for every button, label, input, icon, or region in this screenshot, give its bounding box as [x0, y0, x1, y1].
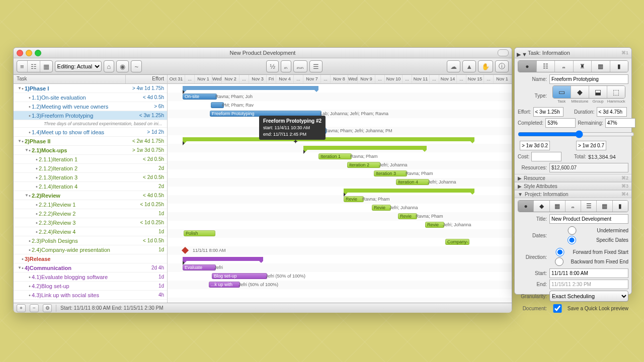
timeline-day[interactable]: Nov 4 — [276, 75, 294, 83]
dates-undetermined-radio[interactable] — [549, 226, 595, 235]
remove-button[interactable]: − — [30, 304, 39, 312]
summary-bar[interactable] — [303, 146, 427, 150]
granularity-select[interactable]: Exact Scheduling — [549, 291, 628, 302]
task-row[interactable]: • 1.4) Meet up to show off ideas> 1d 2h — [14, 128, 167, 137]
remaining-field[interactable] — [605, 118, 635, 128]
gantt-bar[interactable]: On-site — [183, 94, 217, 100]
fraction-button[interactable]: ½ — [266, 60, 279, 72]
timeline-day[interactable]: ... — [430, 75, 439, 83]
gantt-bar[interactable]: Revie — [344, 196, 364, 202]
gantt-bar[interactable]: Evaluate — [183, 264, 216, 270]
gantt-bar[interactable]: Company- — [445, 239, 469, 245]
timeline-header[interactable]: Oct 31...Nov 1WedNov 2...Nov 3FriNov 4..… — [168, 75, 512, 84]
task-row[interactable]: • 4.3) Link up with social sites4h — [14, 291, 167, 300]
end-field[interactable] — [549, 280, 628, 289]
timeline-day[interactable]: Wed — [348, 75, 358, 83]
task-row[interactable]: • 2.3) Polish Designs< 1d 0.5h — [14, 236, 167, 245]
info-icon[interactable]: ⓘ — [495, 60, 509, 72]
close-icon[interactable] — [17, 50, 23, 56]
quicklook-checkbox[interactable] — [549, 304, 566, 313]
completed-field[interactable] — [545, 118, 576, 128]
summary-bar[interactable] — [183, 137, 474, 141]
timeline-day[interactable]: ... — [375, 75, 385, 83]
effort-field[interactable] — [533, 107, 564, 117]
person-button[interactable]: ◉ — [116, 60, 129, 72]
timeline-day[interactable]: ... — [403, 75, 412, 83]
timeline-day[interactable]: Nov 15 — [466, 75, 484, 83]
chain-button[interactable]: ⩋⩋ — [293, 60, 307, 72]
timeline-day[interactable]: Wed — [212, 75, 222, 83]
task-row[interactable]: ▼• 1) Phase I> 4w 1d 1.75h — [14, 84, 167, 93]
section-project[interactable]: ▼Project: Information⌘4 — [515, 190, 631, 198]
project-section-tabs[interactable]: ●◆▦⩋☰▦▮ — [518, 200, 628, 212]
layers-button[interactable]: ☰ — [309, 60, 323, 72]
timeline-day[interactable]: Nov 14 — [439, 75, 457, 83]
gantt-bar[interactable]: Revie — [425, 222, 444, 228]
pill-icon[interactable] — [498, 49, 509, 56]
duration-field[interactable] — [597, 107, 627, 117]
task-row[interactable]: • 2.1.2) Iteration 22d — [14, 164, 167, 173]
gantt-bar[interactable]: Iteration 2 — [347, 162, 380, 168]
gantt-chart[interactable]: Oct 31...Nov 1WedNov 2...Nov 3FriNov 4..… — [168, 75, 512, 303]
start-field[interactable] — [549, 268, 628, 278]
gantt-bar[interactable]: Blog set-up — [212, 273, 267, 279]
timeline-day[interactable]: Nov 3 — [249, 75, 267, 83]
inspector-section-tabs[interactable]: ●☷⩋♜▦▮ — [518, 60, 628, 72]
type-segment[interactable]: ▭◆⬓⬚ — [552, 85, 625, 99]
timeline-day[interactable]: Nov 9 — [358, 75, 375, 83]
timeline-day[interactable]: Nov 7 — [303, 75, 321, 83]
task-row[interactable]: ▼• 2) Phase II< 2w 4d 1.75h — [14, 137, 167, 146]
task-row[interactable]: ▼• 4) Communication2d 4h — [14, 263, 167, 273]
task-row[interactable]: • 2.1.1) Iteration 1< 2d 0.5h — [14, 155, 167, 164]
gantt-bar[interactable]: Iteration 1 — [318, 153, 352, 159]
timeline-day[interactable]: ... — [484, 75, 494, 83]
gantt-bar[interactable]: Revie — [372, 205, 391, 211]
timeline-day[interactable]: Nov 1 — [195, 75, 212, 83]
summary-bar[interactable] — [344, 189, 474, 193]
timeline-day[interactable]: ... — [457, 75, 466, 83]
gear-icon[interactable]: ⚙ — [43, 304, 52, 312]
section-style[interactable]: ▶Style Attributes⌘3 — [515, 182, 631, 190]
timeline-day[interactable]: Nov 1 — [494, 75, 511, 83]
task-row[interactable]: • 1.3) Freeform Prototyping< 3w 1.25h — [14, 111, 167, 120]
remaining-duration-field[interactable] — [576, 141, 606, 150]
task-row[interactable]: • 2.1.4) Iteration 42d — [14, 182, 167, 191]
dates-specific-radio[interactable] — [549, 236, 594, 244]
timeline-day[interactable]: ... — [185, 75, 195, 83]
task-row[interactable]: • 2.2.3) Review 3< 1d 0.25h — [14, 218, 167, 227]
timeline-day[interactable]: Nov 8 — [331, 75, 348, 83]
gantt-bar[interactable]: ...k up with — [209, 282, 240, 288]
task-row[interactable]: • 4.1) Evaluate blogging software1d — [14, 273, 167, 282]
col-task[interactable]: Task — [14, 75, 126, 83]
cloud-icon[interactable]: ☁ — [447, 60, 460, 72]
task-row[interactable]: ▼• 2.2) Review< 4d 0.5h — [14, 191, 167, 200]
style-button[interactable]: ~ — [131, 60, 142, 72]
section-resource[interactable]: ▶Resource⌘2 — [515, 174, 631, 182]
view-segment[interactable]: ≡☷▦ — [17, 60, 53, 72]
task-row[interactable]: • 1.2) Meeting with venue owners> 6h — [14, 102, 167, 111]
cost-field[interactable] — [531, 152, 561, 161]
task-row[interactable]: • 2.1.3) Iteration 3< 2d 0.5h — [14, 173, 167, 182]
summary-bar[interactable] — [183, 86, 318, 90]
timeline-day[interactable]: Nov 10 — [385, 75, 403, 83]
task-row[interactable]: • 2.2.2) Review 21d — [14, 209, 167, 218]
timeline-day[interactable]: ... — [294, 75, 303, 83]
summary-bar[interactable] — [183, 257, 263, 261]
milestone-icon[interactable] — [182, 247, 189, 254]
task-row[interactable]: ▼• 2.1) Mock-ups> 1w 3d 0.75h — [14, 146, 167, 155]
gantt-bar[interactable]: Iteration 4 — [396, 179, 429, 185]
minimize-icon[interactable] — [26, 50, 32, 56]
completed-duration-field[interactable] — [520, 141, 550, 150]
task-row[interactable]: • 2.2.4) Review 41d — [14, 227, 167, 236]
task-row[interactable]: • 2.2.1) Review 1< 1d 0.25h — [14, 200, 167, 209]
timeline-day[interactable]: ... — [321, 75, 331, 83]
chevron-right-icon[interactable]: ▶ — [517, 49, 521, 59]
direction-forward-radio[interactable] — [549, 248, 571, 256]
editing-mode-select[interactable]: Editing: Actual — [55, 61, 102, 72]
hand-icon[interactable]: ✋ — [478, 60, 493, 72]
timeline-day[interactable]: ... — [239, 75, 249, 83]
col-effort[interactable]: Effort — [126, 75, 167, 83]
zoom-icon[interactable] — [35, 50, 41, 56]
name-field[interactable] — [549, 74, 628, 84]
gantt-bar[interactable]: Revie — [398, 213, 417, 219]
